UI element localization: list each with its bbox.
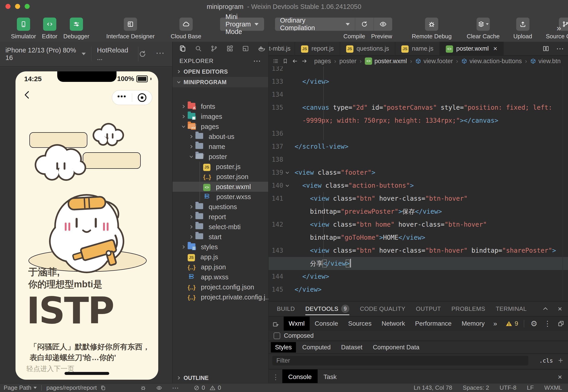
tree-item-name[interactable]: name xyxy=(173,142,268,152)
code-line-132[interactable]: 132 xyxy=(269,66,568,75)
cloud-base-button[interactable]: Cloud Base xyxy=(171,17,201,40)
upload-button[interactable]: Upload xyxy=(513,17,532,40)
more-tabs-button[interactable]: » xyxy=(493,320,497,327)
editor-tab-poster.wxml[interactable]: <>poster.wxml× xyxy=(440,42,504,56)
tree-item-pages[interactable]: <>pages xyxy=(173,122,268,132)
panel-tab-build[interactable]: BUILD xyxy=(277,301,295,316)
open-editors-section[interactable]: OPEN EDITORS xyxy=(173,66,268,77)
tree-item-project.private.config.j...[interactable]: {..}project.private.config.j... xyxy=(173,292,268,302)
indentation[interactable]: Spaces: 2 xyxy=(463,384,489,391)
encoding[interactable]: UTF-8 xyxy=(499,384,516,391)
split-editor-icon[interactable] xyxy=(542,45,549,52)
code-line-139[interactable]: 139<view class="footer"> xyxy=(269,166,568,179)
code-line-140[interactable]: 140 <view class="action-buttons"> xyxy=(269,179,568,192)
inspect-element-icon[interactable] xyxy=(272,320,280,327)
close-panel-icon[interactable]: × xyxy=(558,305,562,313)
editor-toggle[interactable]: Editor xyxy=(42,17,57,40)
console-tab-console[interactable]: Console xyxy=(282,369,318,383)
tree-item-images[interactable]: ▦images xyxy=(173,112,268,122)
clear-cache-button[interactable]: Clear Cache xyxy=(467,17,500,40)
editor-scrollbar[interactable] xyxy=(563,66,568,302)
tree-item-report[interactable]: report xyxy=(173,212,268,222)
preview-button[interactable] xyxy=(374,17,392,31)
tree-item-poster.wxml[interactable]: <>poster.wxml xyxy=(173,182,268,192)
source-control-icon[interactable] xyxy=(210,45,218,52)
back-arrow-icon[interactable] xyxy=(292,58,298,64)
code-line-wrap[interactable]: -9999px; width: 750rpx; height: 1334rpx;… xyxy=(269,114,568,127)
project-section[interactable]: MINIPROGRAM xyxy=(173,77,268,87)
code-line-141[interactable]: 141 <view class="btn" hover-class="btn-h… xyxy=(269,192,568,205)
tree-item-questions[interactable]: questions xyxy=(173,202,268,212)
tree-item-poster.wxss[interactable]: poster.wxss xyxy=(173,192,268,202)
panel-tab-devtools[interactable]: DEVTOOLS9 xyxy=(305,301,349,316)
styles-tab-styles[interactable]: Styles xyxy=(271,342,296,352)
eol[interactable]: LF xyxy=(527,384,534,391)
code-line-134[interactable]: 134 xyxy=(269,88,568,101)
breadcrumb-pages[interactable]: pages xyxy=(314,58,331,65)
files-icon[interactable] xyxy=(179,45,186,52)
breadcrumb-view.btn[interactable]: view.btn xyxy=(530,58,561,65)
extensions-icon[interactable] xyxy=(226,45,234,52)
status-more-button[interactable]: ⋯ xyxy=(172,384,179,392)
tree-item-start[interactable]: start xyxy=(173,232,268,242)
code-line-142[interactable]: 142 <view class="btn home" hover-class="… xyxy=(269,218,568,231)
back-button[interactable] xyxy=(22,90,32,100)
code-line-wrap[interactable]: bindtap="previewPoster">保存</view> xyxy=(269,205,568,218)
styles-tab-component-data[interactable]: Component Data xyxy=(369,342,423,352)
close-tab-icon[interactable]: × xyxy=(493,45,497,53)
editor-tab-questions.js[interactable]: JSquestions.js xyxy=(340,42,396,56)
code-editor[interactable]: 132133 </view>134135 <canvas type="2d" i… xyxy=(269,66,568,302)
cursor-position[interactable]: Ln 143, Col 78 xyxy=(414,384,452,391)
drag-handle-icon[interactable]: ⋮ xyxy=(272,373,279,381)
list-icon[interactable] xyxy=(273,58,279,64)
tab-more-button[interactable]: ⋯ xyxy=(556,44,564,53)
code-line-133[interactable]: 133 </view> xyxy=(269,75,568,88)
gear-icon[interactable]: ⚙ xyxy=(531,319,538,328)
panel-tab-code-quality[interactable]: CODE QUALITY xyxy=(360,301,405,316)
interface-designer-toggle[interactable]: Interface Designer xyxy=(106,17,155,40)
code-line-136[interactable]: 136 xyxy=(269,127,568,140)
remote-debug-button[interactable]: Remote Debug xyxy=(412,17,452,40)
code-line-wrap[interactable]: 分享</view> xyxy=(269,257,568,270)
code-line-138[interactable]: 138 xyxy=(269,153,568,166)
devtools-tab-network[interactable]: Network xyxy=(376,317,410,331)
devtools-tab-performance[interactable]: Performance xyxy=(410,317,457,331)
language-mode[interactable]: WXML xyxy=(544,384,562,391)
code-line-143[interactable]: 143 <view class="btn" hover-class="btn-h… xyxy=(269,244,568,257)
kebab-menu-icon[interactable]: ⋮ xyxy=(544,319,551,328)
tree-item-poster[interactable]: poster xyxy=(173,152,268,162)
debugger-toggle[interactable]: Debugger xyxy=(63,17,89,40)
tree-item-styles[interactable]: ☰styles xyxy=(173,242,268,252)
code-line-137[interactable]: 137</scroll-view> xyxy=(269,140,568,153)
page-path-dropdown[interactable]: Page Path xyxy=(4,384,31,391)
filter-input[interactable]: Filter xyxy=(272,356,528,365)
tree-item-select-mbti[interactable]: select-mbti xyxy=(173,222,268,232)
toolbar-overflow-button[interactable]: » xyxy=(557,24,560,33)
capsule-close-button[interactable] xyxy=(132,93,152,102)
devtools-tab-sources[interactable]: Sources xyxy=(343,317,377,331)
explorer-more-button[interactable]: ⋯ xyxy=(253,56,261,65)
error-count[interactable]: 0 xyxy=(194,384,205,391)
tree-item-fonts[interactable]: Afonts xyxy=(173,101,268,112)
close-console-icon[interactable]: × xyxy=(558,373,562,381)
panel-tab-terminal[interactable]: TERMINAL xyxy=(496,301,526,316)
panel-tab-problems[interactable]: PROBLEMS xyxy=(452,301,485,316)
capsule-more-button[interactable]: ••• xyxy=(112,93,132,103)
docker-icon[interactable] xyxy=(258,45,265,52)
tree-item-poster.json[interactable]: {..}poster.json xyxy=(173,172,268,182)
refresh-icon[interactable] xyxy=(139,50,147,58)
styles-tab-dataset[interactable]: Dataset xyxy=(337,342,366,352)
editor-tab-report.js[interactable]: JSreport.js xyxy=(295,42,340,56)
mode-dropdown[interactable]: Mini Program Mode xyxy=(220,17,264,31)
device-dropdown[interactable]: iPhone 12/13 (Pro) 80% 16 xyxy=(0,47,91,61)
tree-item-app.json[interactable]: {..}app.json xyxy=(173,262,268,272)
add-style-button[interactable]: + xyxy=(558,356,563,365)
console-tab-task[interactable]: Task xyxy=(318,369,343,383)
outline-section[interactable]: OUTLINE xyxy=(173,373,268,383)
tree-item-poster.js[interactable]: JSposter.js xyxy=(173,162,268,172)
composed-checkbox[interactable] xyxy=(274,333,280,339)
breadcrumb-poster[interactable]: poster xyxy=(339,58,356,65)
compile-button[interactable] xyxy=(355,17,374,31)
editor-tab-ct-mbti.js[interactable]: ct-mbti.js xyxy=(269,42,295,56)
styles-tab-computed[interactable]: Computed xyxy=(298,342,335,352)
